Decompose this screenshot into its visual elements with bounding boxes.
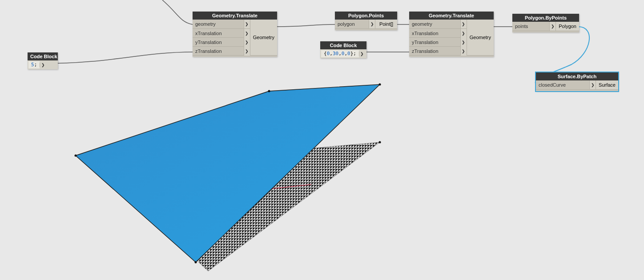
- node-title: Polygon.Points: [335, 12, 397, 20]
- chevron-right-icon: ❯: [460, 47, 467, 56]
- code-text[interactable]: 5;: [28, 61, 40, 68]
- node-footer: [512, 31, 579, 32]
- node-title: Surface.ByPatch: [536, 72, 618, 80]
- chevron-right-icon: ❯: [460, 20, 467, 28]
- node-geometry-translate-1[interactable]: Geometry.Translate geometry❯ xTranslatio…: [193, 12, 277, 57]
- chevron-right-icon: ❯: [549, 22, 555, 31]
- code-text[interactable]: {0,30,0,0};: [321, 50, 359, 57]
- input-port-ytranslation[interactable]: yTranslation❯: [193, 37, 250, 46]
- node-footer: [335, 28, 397, 30]
- node-geometry-translate-2[interactable]: Geometry.Translate geometry❯ xTranslatio…: [409, 12, 494, 57]
- svg-point-9: [195, 261, 197, 264]
- chevron-right-icon: ❯: [244, 38, 250, 47]
- node-polygon-points[interactable]: Polygon.Points polygon❯ Point[]: [335, 12, 397, 30]
- output-port-geometry[interactable]: Geometry: [250, 20, 277, 55]
- chevron-right-icon: ❯: [460, 38, 467, 47]
- geometry-preview: [71, 76, 391, 280]
- code-block-body[interactable]: {0,30,0,0}; ❯: [320, 49, 366, 58]
- chevron-right-icon: ❯: [244, 29, 250, 38]
- svg-point-8: [379, 84, 381, 86]
- input-port-geometry[interactable]: geometry❯: [193, 20, 250, 28]
- wire: [42, 52, 193, 64]
- input-port-points[interactable]: points❯: [512, 22, 555, 31]
- wire: [162, 0, 193, 24]
- input-port-polygon[interactable]: polygon❯: [335, 20, 375, 28]
- chevron-right-icon: ❯: [460, 29, 467, 38]
- chevron-right-icon: ❯: [244, 47, 250, 56]
- node-title: Geometry.Translate: [193, 12, 277, 20]
- svg-point-7: [268, 90, 270, 92]
- input-port-xtranslation[interactable]: xTranslation❯: [193, 28, 250, 37]
- output-port-geometry[interactable]: Geometry: [467, 20, 494, 55]
- node-footer: [536, 89, 618, 91]
- input-port-closedcurve[interactable]: closedCurve❯: [536, 80, 596, 89]
- node-title: Code Block: [28, 52, 58, 60]
- input-port-xtranslation[interactable]: xTranslation❯: [409, 28, 467, 37]
- node-title: Polygon.ByPoints: [512, 14, 579, 22]
- svg-point-10: [379, 141, 381, 144]
- output-port-polygon[interactable]: Polygon: [555, 22, 579, 31]
- wire: [277, 24, 335, 27]
- node-code-block-1[interactable]: Code Block 5; ❯: [28, 52, 58, 69]
- svg-point-6: [75, 155, 77, 157]
- chevron-right-icon: ❯: [369, 20, 375, 28]
- node-polygon-bypoints[interactable]: Polygon.ByPoints points❯ Polygon: [512, 14, 579, 32]
- output-port[interactable]: ❯: [359, 52, 365, 56]
- output-port-surface[interactable]: Surface: [596, 80, 618, 89]
- chevron-right-icon: ❯: [244, 20, 250, 28]
- node-footer: [409, 55, 494, 57]
- input-port-ytranslation[interactable]: yTranslation❯: [409, 37, 467, 46]
- input-port-ztranslation[interactable]: zTranslation❯: [409, 46, 467, 55]
- code-block-body[interactable]: 5; ❯: [28, 60, 58, 69]
- node-surface-bypatch[interactable]: Surface.ByPatch closedCurve❯ Surface: [536, 72, 618, 91]
- output-port-points[interactable]: Point[]: [375, 20, 397, 28]
- node-footer: [193, 55, 277, 57]
- node-title: Geometry.Translate: [409, 12, 494, 20]
- node-code-block-2[interactable]: Code Block {0,30,0,0}; ❯: [320, 41, 366, 58]
- input-port-ztranslation[interactable]: zTranslation❯: [193, 46, 250, 55]
- chevron-right-icon: ❯: [589, 80, 596, 89]
- input-port-geometry[interactable]: geometry❯: [409, 20, 467, 28]
- output-port[interactable]: ❯: [40, 63, 46, 67]
- node-title: Code Block: [320, 41, 366, 49]
